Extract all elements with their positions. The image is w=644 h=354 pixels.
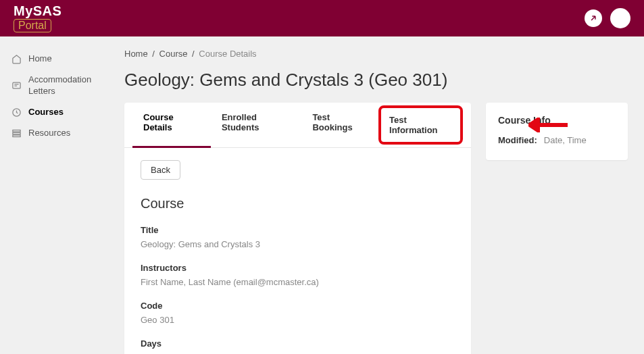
app-header: MySAS Portal [0,0,644,36]
logo-top: MySAS [14,4,61,18]
field-label: Code [141,301,455,311]
field-code: Code Geo 301 [141,301,455,325]
sidebar-item-label: Resources [28,128,70,139]
home-icon [11,53,22,64]
field-value: Geology: Gems and Crystals 3 [141,239,455,249]
page-title: Geology: Gems and Crystals 3 (Geo 301) [124,70,628,91]
svg-rect-4 [12,135,20,137]
breadcrumb-item[interactable]: Home [124,49,148,59]
breadcrumb-sep: / [192,49,195,59]
sidebar-item-home[interactable]: Home [0,49,108,70]
sidebar-item-resources[interactable]: Resources [0,123,108,144]
resources-icon [11,128,22,138]
field-value: First Name, Last Name (email@mcmaster.ca… [141,277,455,287]
modified-value: Date, Time [544,135,587,145]
field-title: Title Geology: Gems and Crystals 3 [141,225,455,249]
card-body: Back Course Title Geology: Gems and Crys… [124,148,471,354]
breadcrumb-item[interactable]: Course [159,49,188,59]
letters-icon [11,80,22,91]
breadcrumb-current: Course Details [199,49,256,59]
breadcrumb: Home / Course / Course Details [124,49,628,59]
arrow-callout [528,118,568,132]
avatar[interactable] [610,8,630,28]
svg-rect-3 [12,132,20,134]
sidebar-item-accommodation-letters[interactable]: Accommodation Letters [0,70,108,102]
external-link-icon[interactable] [585,9,602,27]
layout: Home Accommodation Letters Courses Resou… [0,36,644,354]
modified-label: Modified: [498,135,537,145]
sidebar-item-label: Home [28,53,52,65]
breadcrumb-sep: / [152,49,155,59]
header-right [585,8,630,28]
svg-rect-2 [12,130,20,132]
sidebar: Home Accommodation Letters Courses Resou… [0,36,108,354]
course-info-row: Modified: Date, Time [498,135,616,145]
content-row: Course Details Enrolled Students Test Bo… [124,103,628,354]
field-label: Days [141,338,455,349]
sidebar-item-label: Courses [28,107,64,118]
field-label: Instructors [141,263,455,273]
sidebar-item-courses[interactable]: Courses [0,102,108,123]
tabs-card: Course Details Enrolled Students Test Bo… [124,103,471,354]
field-days: Days Monday, Wednesday, Friday [141,338,455,354]
field-value: Geo 301 [141,315,455,325]
field-instructors: Instructors First Name, Last Name (email… [141,263,455,287]
tab-test-information[interactable]: Test Information [378,105,463,145]
field-label: Title [141,225,455,235]
tab-enrolled-students[interactable]: Enrolled Students [211,103,302,147]
tab-course-details[interactable]: Course Details [132,103,211,147]
tabs: Course Details Enrolled Students Test Bo… [124,103,471,148]
course-section-title: Course [141,196,455,211]
sidebar-item-label: Accommodation Letters [28,74,97,97]
logo[interactable]: MySAS Portal [14,4,61,32]
courses-icon [11,107,22,118]
logo-bottom: Portal [14,19,51,32]
main: Home / Course / Course Details Geology: … [108,36,644,354]
back-button[interactable]: Back [141,160,180,180]
tab-test-bookings[interactable]: Test Bookings [301,103,378,147]
